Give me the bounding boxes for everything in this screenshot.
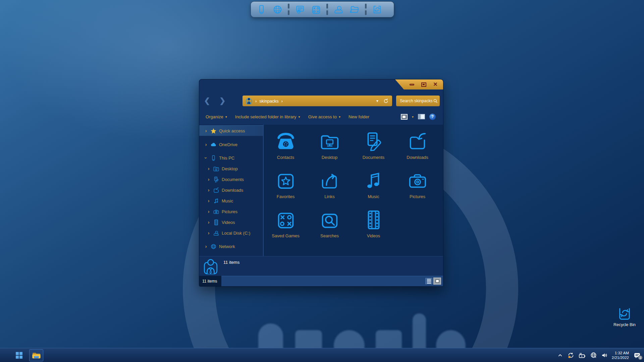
status-bar: 11 items — [199, 276, 443, 286]
change-view-button[interactable] — [401, 114, 408, 120]
recycle-bin-label: Recycle Bin — [612, 322, 637, 327]
search-input[interactable] — [399, 98, 433, 104]
title-bar[interactable]: ✕ — [199, 79, 443, 90]
expand-chevron-icon[interactable]: › — [207, 230, 211, 236]
folder-tile-desktop[interactable]: Desktop — [308, 130, 352, 169]
sidebar-item-videos[interactable]: › Videos — [199, 217, 263, 228]
minimize-button[interactable] — [408, 81, 416, 87]
file-explorer-taskbar-button[interactable] — [29, 349, 43, 361]
dock-refresh-icon[interactable] — [371, 4, 383, 15]
address-bar[interactable]: › skinpacks › ▾ — [243, 96, 392, 106]
taskbar-clock[interactable]: 1:32 AM 2/21/2022 — [612, 351, 629, 360]
details-view-button[interactable] — [425, 278, 432, 284]
desktop: ✕ ❮ ❯ › skinpacks › ▾ Organize▾ Include … — [0, 0, 644, 362]
sidebar-item-documents[interactable]: › Documents — [199, 174, 263, 185]
documents-icon — [213, 176, 219, 183]
music-icon — [363, 170, 384, 191]
dock-folder-open-icon[interactable] — [349, 4, 360, 15]
sidebar-item-desktop[interactable]: › Desktop — [199, 163, 263, 174]
device-icon — [210, 155, 217, 161]
disk-drive-icon — [213, 230, 219, 236]
include-in-library-menu[interactable]: Include selected folder in library▾ — [235, 114, 300, 119]
clock-time: 1:32 AM — [612, 351, 629, 355]
collapse-chevron-icon[interactable]: › — [203, 156, 209, 160]
sidebar-item-downloads[interactable]: › Downloads — [199, 185, 263, 195]
sidebar-item-local-disk[interactable]: › Local Disk (C:) — [199, 228, 263, 238]
sidebar-item-pictures[interactable]: › Pictures — [199, 206, 263, 217]
breadcrumb-separator: › — [255, 99, 257, 104]
file-list-pane: Contacts Desktop Documents Downloads Fav… — [264, 125, 443, 256]
expand-chevron-icon[interactable]: › — [207, 177, 211, 182]
give-access-menu[interactable]: Give access to▾ — [308, 114, 340, 119]
expand-chevron-icon[interactable]: › — [207, 198, 211, 203]
search-icon[interactable] — [433, 99, 438, 103]
refresh-icon[interactable] — [383, 98, 389, 104]
notification-badge: 1 — [638, 355, 643, 360]
folder-tile-saved-games[interactable]: Saved Games — [264, 208, 308, 247]
new-folder-button[interactable]: New folder — [348, 114, 369, 119]
dock-globe-icon[interactable] — [272, 4, 283, 15]
folder-tile-documents[interactable]: Documents — [352, 130, 395, 169]
expand-chevron-icon[interactable]: › — [207, 166, 211, 171]
notification-center-button[interactable]: 1 — [633, 351, 641, 359]
dock-divider — [365, 4, 367, 15]
expand-chevron-icon[interactable]: › — [204, 128, 208, 133]
folder-tile-favorites[interactable]: Favorites — [264, 169, 308, 208]
sync-status-icon[interactable] — [567, 352, 575, 359]
games-icon — [275, 209, 296, 230]
expand-chevron-icon[interactable]: › — [207, 187, 211, 193]
folder-tile-links[interactable]: Links — [308, 169, 352, 208]
details-pane: 11 items — [199, 256, 443, 276]
dock-divider — [326, 4, 328, 15]
maximize-button[interactable] — [420, 81, 427, 87]
tray-chevron-up-icon[interactable] — [557, 352, 564, 359]
help-button[interactable]: ? — [429, 114, 436, 120]
view-dropdown-icon[interactable]: ▾ — [412, 115, 414, 119]
recycle-bin-shortcut[interactable]: Recycle Bin — [612, 304, 637, 327]
icons-view-button[interactable] — [433, 278, 441, 285]
sidebar-item-quick-access[interactable]: › Quick access — [199, 125, 263, 136]
search-box[interactable] — [396, 96, 440, 106]
expand-chevron-icon[interactable]: › — [207, 209, 211, 214]
folder-tile-searches[interactable]: Searches — [308, 208, 352, 247]
system-tray: 1:32 AM 2/21/2022 1 — [557, 351, 644, 360]
filmstrip-icon — [213, 219, 219, 226]
folder-tile-pictures[interactable]: Pictures — [395, 169, 439, 208]
dock-disc-drive-icon[interactable] — [333, 4, 344, 15]
start-button[interactable] — [15, 351, 23, 360]
expand-chevron-icon[interactable]: › — [204, 142, 208, 147]
status-item-count: 11 items — [199, 276, 221, 286]
breadcrumb-skinpacks[interactable]: skinpacks — [259, 99, 278, 104]
folder-tile-downloads[interactable]: Downloads — [395, 130, 439, 169]
breadcrumb-separator[interactable]: › — [281, 99, 282, 104]
folder-tile-music[interactable]: Music — [352, 169, 395, 208]
dock-games-icon[interactable] — [310, 4, 322, 15]
user-folder-icon — [245, 97, 253, 105]
globe-icon — [210, 243, 217, 250]
back-button[interactable]: ❮ — [204, 96, 210, 106]
preview-pane-button[interactable] — [418, 114, 425, 119]
organize-menu[interactable]: Organize▾ — [206, 114, 227, 119]
sidebar-item-network[interactable]: › Network — [199, 241, 263, 252]
expand-chevron-icon[interactable]: › — [207, 220, 211, 225]
network-globe-icon[interactable] — [590, 352, 597, 359]
battery-charging-icon[interactable] — [578, 352, 586, 359]
desktop-folder-icon — [213, 166, 219, 172]
volume-icon[interactable] — [601, 352, 608, 359]
dock-tablet-icon[interactable] — [256, 4, 267, 15]
caption-button-group: ✕ — [395, 79, 443, 89]
expand-chevron-icon[interactable]: › — [204, 244, 208, 249]
forward-button[interactable]: ❯ — [219, 96, 225, 106]
dropdown-arrow-icon: ▾ — [225, 115, 227, 119]
close-button[interactable]: ✕ — [432, 81, 439, 87]
sidebar-item-this-pc[interactable]: › This PC — [199, 153, 263, 163]
address-dropdown-icon[interactable]: ▾ — [376, 99, 378, 103]
sidebar-item-music[interactable]: › Music — [199, 195, 263, 206]
folder-tile-videos[interactable]: Videos — [352, 208, 395, 247]
camera-icon — [213, 208, 219, 215]
sidebar-item-onedrive[interactable]: › OneDrive — [199, 139, 263, 150]
dock-messages-icon[interactable] — [294, 4, 306, 15]
folder-tile-contacts[interactable]: Contacts — [264, 130, 308, 169]
navigation-pane: › Quick access › OneDrive › This PC › De… — [199, 125, 263, 256]
camera-icon — [407, 170, 428, 191]
